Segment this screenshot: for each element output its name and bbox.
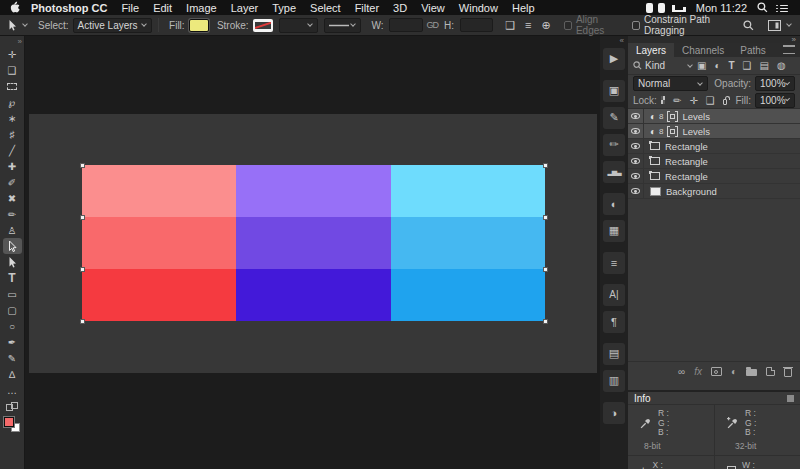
- foreground-color-swatch[interactable]: [4, 417, 14, 427]
- layer-name[interactable]: Rectangle: [665, 171, 708, 182]
- crop-tool-icon[interactable]: ♯: [3, 126, 22, 142]
- link-layers-icon[interactable]: ∞: [678, 366, 685, 377]
- layer-row[interactable]: ◐ 8 Levels: [628, 124, 800, 139]
- bit-depth-8[interactable]: 8-bit: [628, 438, 714, 456]
- activity-graph-icon[interactable]: [672, 3, 686, 12]
- path-selection-tool-icon[interactable]: [3, 254, 22, 270]
- lock-artboard-icon[interactable]: ❑: [706, 95, 715, 106]
- character-panel-icon[interactable]: A|: [603, 284, 625, 306]
- stroke-color-swatch[interactable]: [253, 19, 273, 32]
- filter-adjustment-layers-icon[interactable]: ◐: [714, 60, 720, 71]
- rounded-rectangle-tool-icon[interactable]: ▢: [3, 302, 22, 318]
- menubar-clock[interactable]: Mon 11:22: [696, 2, 747, 14]
- selection-handle[interactable]: [80, 163, 85, 168]
- lock-transparency-icon[interactable]: [661, 96, 665, 104]
- lock-pixels-icon[interactable]: ✏: [673, 95, 681, 106]
- swap-colors-icon[interactable]: [3, 398, 22, 414]
- menu-item-window[interactable]: Window: [459, 2, 498, 14]
- menu-item-edit[interactable]: Edit: [153, 2, 172, 14]
- selection-handle[interactable]: [543, 215, 548, 220]
- layer-row[interactable]: Background: [628, 184, 800, 199]
- convert-point-tool-icon[interactable]: ∆: [3, 366, 22, 382]
- constrain-path-checkbox[interactable]: [632, 21, 640, 30]
- background-layer-thumbnail[interactable]: [650, 187, 661, 196]
- type-tool-icon[interactable]: T: [3, 270, 22, 286]
- visibility-toggle[interactable]: [628, 184, 644, 198]
- eyedropper-tool-icon[interactable]: ╱: [3, 142, 22, 158]
- layer-name[interactable]: Background: [666, 186, 717, 197]
- panel-menu-icon[interactable]: [787, 395, 794, 402]
- width-field[interactable]: [389, 18, 422, 32]
- canvas-area[interactable]: [25, 36, 600, 469]
- workspace-switcher[interactable]: [768, 20, 792, 31]
- menu-item-file[interactable]: File: [121, 2, 139, 14]
- layer-name[interactable]: Levels: [683, 111, 710, 122]
- lasso-tool-icon[interactable]: ℘: [3, 94, 22, 110]
- layer-row[interactable]: Rectangle: [628, 154, 800, 169]
- ellipse-tool-icon[interactable]: ○: [3, 318, 22, 334]
- visibility-toggle[interactable]: [628, 124, 644, 138]
- filter-kind-dropdown[interactable]: Kind: [645, 58, 693, 73]
- tab-paths[interactable]: Paths: [732, 43, 774, 57]
- layer-name[interactable]: Levels: [683, 126, 710, 137]
- visibility-toggle[interactable]: [628, 154, 644, 168]
- spotlight-search-icon[interactable]: [757, 2, 768, 13]
- app-menu-title[interactable]: Photoshop CC: [31, 2, 107, 14]
- visibility-toggle[interactable]: [628, 169, 644, 183]
- toolbar-collapse-icon[interactable]: »: [2, 36, 22, 46]
- layer-row[interactable]: Rectangle: [628, 169, 800, 184]
- layer-row[interactable]: ◐ 8 Levels: [628, 109, 800, 124]
- clone-stamp-tool-icon[interactable]: ♙: [3, 222, 22, 238]
- tool-presets-panel-icon[interactable]: ✏: [603, 134, 625, 156]
- selection-handle[interactable]: [80, 319, 85, 324]
- artwork-cell[interactable]: [236, 269, 391, 321]
- artwork-cell[interactable]: [391, 165, 545, 217]
- tab-layers[interactable]: Layers: [628, 43, 674, 57]
- marquee-tool-icon[interactable]: [3, 78, 22, 94]
- add-anchor-tool-icon[interactable]: ✎: [3, 350, 22, 366]
- layer-name[interactable]: Rectangle: [665, 141, 708, 152]
- selection-handle[interactable]: [80, 267, 85, 272]
- opacity-dropdown[interactable]: 100%: [755, 76, 795, 91]
- brush-settings-panel-icon[interactable]: ✎: [603, 107, 625, 129]
- filter-pixel-layers-icon[interactable]: ▣: [697, 60, 706, 71]
- path-alignment-icon[interactable]: ≡: [525, 19, 531, 31]
- spot-healing-tool-icon[interactable]: ✖: [3, 190, 22, 206]
- color-panel-icon[interactable]: ◐: [603, 193, 625, 215]
- status-indicator-icon[interactable]: [658, 3, 665, 13]
- artwork-cell[interactable]: [82, 217, 236, 269]
- rectangle-tool-icon[interactable]: ▭: [3, 286, 22, 302]
- histogram-panel-icon[interactable]: ▂▅▃: [603, 161, 625, 183]
- artwork-cell[interactable]: [82, 269, 236, 321]
- more-tools-icon[interactable]: …: [3, 382, 22, 398]
- color-sampler-tool-icon[interactable]: ✐: [3, 174, 22, 190]
- filter-toggle-icon[interactable]: ◍: [777, 60, 786, 71]
- paragraph-styles-panel-icon[interactable]: ▥: [603, 370, 625, 392]
- brush-tool-icon[interactable]: ✏: [3, 206, 22, 222]
- selection-handle[interactable]: [543, 163, 548, 168]
- add-mask-icon[interactable]: [711, 367, 722, 376]
- panel-collapse-icon[interactable]: »: [628, 36, 800, 43]
- layer-name[interactable]: Rectangle: [665, 156, 708, 167]
- filter-type-layers-icon[interactable]: T: [729, 60, 735, 71]
- filter-shape-layers-icon[interactable]: ❑: [743, 60, 752, 71]
- panel-menu-icon[interactable]: [783, 45, 795, 54]
- menu-item-select[interactable]: Select: [310, 2, 341, 14]
- new-group-icon[interactable]: [746, 369, 757, 376]
- fill-color-swatch[interactable]: [189, 19, 209, 32]
- artboard-tool-icon[interactable]: ❑: [3, 62, 22, 78]
- current-tool-button[interactable]: [8, 19, 28, 32]
- stroke-type-dropdown[interactable]: [324, 18, 361, 33]
- lock-position-icon[interactable]: ✛: [689, 95, 697, 106]
- menu-item-3d[interactable]: 3D: [393, 2, 407, 14]
- history-panel-icon[interactable]: ▣: [603, 80, 625, 102]
- path-arrangement-icon[interactable]: ⊕: [541, 19, 550, 32]
- direct-selection-tool-icon[interactable]: [3, 238, 22, 254]
- select-mode-dropdown[interactable]: Active Layers: [73, 18, 152, 33]
- shape-layer-thumbnail[interactable]: [650, 157, 660, 165]
- search-icon[interactable]: [743, 20, 754, 31]
- status-indicator-icon[interactable]: [646, 3, 653, 13]
- dock-collapse-icon[interactable]: «: [620, 36, 624, 45]
- adjustment-layer-icon[interactable]: ◐: [650, 111, 656, 122]
- delete-layer-icon[interactable]: [784, 368, 792, 377]
